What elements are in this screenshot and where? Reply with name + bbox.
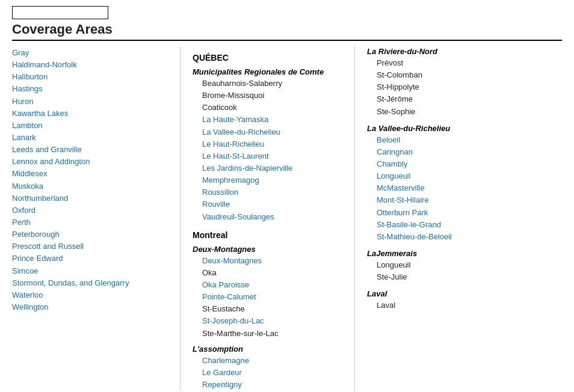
deux-montagnes-header: Deux-Montagnes <box>193 245 348 254</box>
ontario-item-perth[interactable]: Perth <box>12 216 168 228</box>
ontario-item-lanark[interactable]: Lanark <box>12 132 168 144</box>
dm-pointe-calumet[interactable]: Pointe-Calumet <box>202 291 348 303</box>
lr-st-colomban: St-Colomban <box>377 69 542 81</box>
lavallee-list: Beloeil Caringnan Chambly Longueuil McMa… <box>367 134 542 243</box>
ontario-item-lambton[interactable]: Lambton <box>12 120 168 132</box>
ontario-item-wellington[interactable]: Wellington <box>12 301 168 313</box>
ontario-item-lennox-and-addington[interactable]: Lennox and Addington <box>12 156 168 168</box>
dm-st-joseph-du-lac[interactable]: St-Joseph-du-Lac <box>202 315 348 327</box>
lv-caringnan[interactable]: Caringnan <box>377 146 542 158</box>
page-title: Coverage Areas <box>12 22 562 41</box>
lassomption-list: Charlemagne Le Gardeur Repentigny <box>193 355 348 391</box>
quebec-mrc-header: Municipalites Regionales de Comte <box>193 67 348 76</box>
ontario-item-haldimand-norfolk[interactable]: Haldimand-Norfolk <box>12 59 168 71</box>
ontario-item-peterborough[interactable]: Peterborough <box>12 228 168 240</box>
lajemmerais-header: LaJemmerais <box>367 249 542 258</box>
lariviere-header: La Riviere-du-Nord <box>367 47 542 56</box>
ontario-item-kawartha-lakes[interactable]: Kawartha Lakes <box>12 108 168 120</box>
ontario-column: Gray Haldimand-Norfolk Haliburton Hastin… <box>12 47 181 391</box>
dm-ste-marthe-sur-le-lac: Ste-Marthe-sur-le-Lac <box>202 328 348 340</box>
lavallee-header: La Vallee-du-Richelieu <box>367 124 542 133</box>
mrc-les-jardins-de-napierville[interactable]: Les Jardins-de-Napierville <box>202 162 348 174</box>
regions-column: La Riviere-du-Nord Prévost St-Colomban S… <box>355 47 542 391</box>
lr-st-jerome: St-Jérôme <box>377 93 542 105</box>
ontario-item-hastings[interactable]: Hastings <box>12 83 168 95</box>
lv-longueuil[interactable]: Longueuil <box>377 170 542 182</box>
ontario-item-oxford[interactable]: Oxford <box>12 204 168 216</box>
columns-container: Gray Haldimand-Norfolk Haliburton Hastin… <box>12 47 562 391</box>
mrc-coaticook: Coaticook <box>202 102 348 114</box>
lv-st-basile-le-grand[interactable]: St-Basile-le-Grand <box>377 219 542 231</box>
ontario-item-northumberland[interactable]: Northumberland <box>12 192 168 204</box>
la-repentigny[interactable]: Repentigny <box>202 379 348 391</box>
ontario-item-leeds-and-granville[interactable]: Leeds and Granville <box>12 144 168 156</box>
mrc-la-vallee-du-richelieu[interactable]: La Vallee-du-Richelieu <box>202 126 348 138</box>
lv-mont-st-hilaire[interactable]: Mont-St-Hilaire <box>377 194 542 206</box>
mrc-le-haut-richelieu[interactable]: Le Haut-Richelieu <box>202 138 348 150</box>
quebec-column: QUÉBEC Municipalites Regionales de Comte… <box>181 47 355 391</box>
ontario-item-muskoka[interactable]: Muskoka <box>12 180 168 192</box>
quebec-main-header: QUÉBEC <box>193 53 348 63</box>
lajemmerais-list: Longueuil Ste-Julie <box>367 259 542 283</box>
mrc-beauharnois-salaberry: Beauharnois-Salaberry <box>202 78 348 90</box>
dm-oka-paroisse[interactable]: Oka Paroisse <box>202 279 348 291</box>
laval-header: Laval <box>367 289 542 298</box>
mrc-vaudreuil-soulanges[interactable]: Vaudreuil-Soulanges <box>202 211 348 223</box>
ontario-item-prescott-and-russell[interactable]: Prescott and Russell <box>12 240 168 253</box>
ontario-item-huron[interactable]: Huron <box>12 96 168 108</box>
deux-montagnes-list: Deux-Montagnes Oka Oka Paroisse Pointe-C… <box>193 255 348 340</box>
ontario-item-gray[interactable]: Gray <box>12 47 168 59</box>
lv-mcmasterville[interactable]: McMasterville <box>377 182 542 194</box>
montreal-header: Montreal <box>193 230 348 240</box>
lassomption-header: L'assomption <box>193 345 348 354</box>
ontario-item-simcoe[interactable]: Simcoe <box>12 265 168 277</box>
mrc-memphremagog[interactable]: Memphremagog <box>202 174 348 186</box>
laval-list: Laval <box>367 299 542 311</box>
lj-ste-julie: Ste-Julie <box>377 271 542 283</box>
lv-otterburn-park[interactable]: Otterburn Park <box>377 207 542 219</box>
lr-ste-sophie: Ste-Sophie <box>377 106 542 118</box>
lv-st-mathieu-de-beloeil[interactable]: St-Mathieu-de-Beloeil <box>377 231 542 243</box>
mrc-la-haute-yamaska[interactable]: La Haute-Yamaska <box>202 114 348 126</box>
la-le-gardeur[interactable]: Le Gardeur <box>202 367 348 379</box>
page-wrapper: Coverage Areas Gray Haldimand-Norfolk Ha… <box>0 0 574 392</box>
ontario-item-haliburton[interactable]: Haliburton <box>12 71 168 83</box>
ontario-item-prince-edward[interactable]: Prince Edward <box>12 253 168 265</box>
dm-st-eustache: St-Eustache <box>202 303 348 315</box>
la-charlemagne[interactable]: Charlemagne <box>202 355 348 367</box>
laval-laval: Laval <box>377 299 542 311</box>
dm-oka: Oka <box>202 267 348 279</box>
lv-beloeil[interactable]: Beloeil <box>377 134 542 146</box>
lariviere-list: Prévost St-Colomban St-Hippolyte St-Jérô… <box>367 57 542 118</box>
mrc-roussillon[interactable]: Roussillon <box>202 186 348 198</box>
lr-prevost: Prévost <box>377 57 542 69</box>
ontario-item-waterloo[interactable]: Waterloo <box>12 289 168 301</box>
ontario-item-middlesex[interactable]: Middlesex <box>12 168 168 180</box>
lj-longueuil: Longueuil <box>377 259 542 271</box>
quebec-mrc-list: Beauharnois-Salaberry Brome-Missisquoi C… <box>193 78 348 223</box>
mrc-rouville[interactable]: Rouville <box>202 198 348 210</box>
lv-chambly[interactable]: Chambly <box>377 158 542 170</box>
lr-st-hippolyte: St-Hippolyte <box>377 81 542 93</box>
top-box <box>12 6 108 19</box>
mrc-brome-missisquoi: Brome-Missisquoi <box>202 90 348 102</box>
mrc-le-haut-st-laurent[interactable]: Le Haut-St-Laurent <box>202 150 348 162</box>
ontario-item-stormont-dundas-glengarry[interactable]: Stormont, Dundas, and Glengarry <box>12 277 168 289</box>
dm-deux-montagnes[interactable]: Deux-Montagnes <box>202 255 348 267</box>
